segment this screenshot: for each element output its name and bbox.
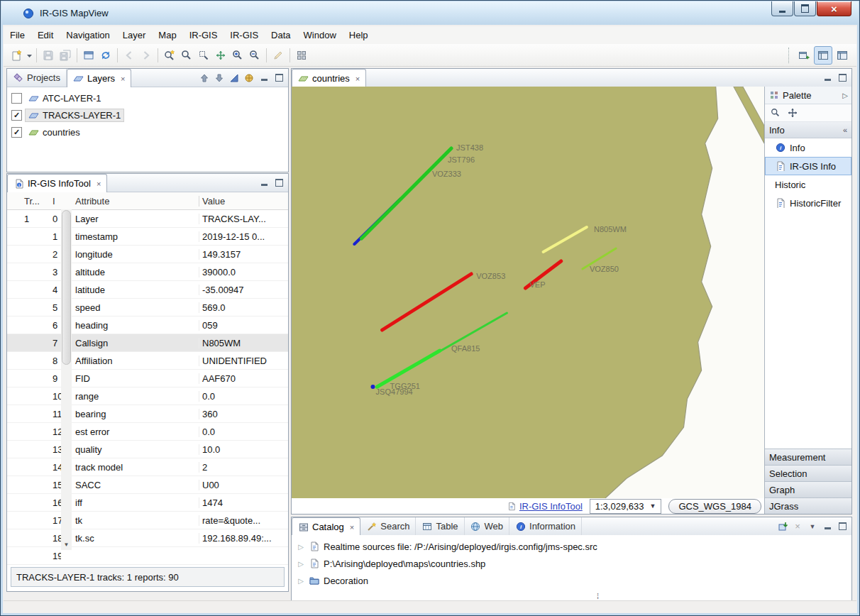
palette-collapse-icon[interactable]: ▷ [842,92,848,99]
minimize-panel-icon[interactable] [258,177,270,189]
zoom-wizard-button[interactable] [161,47,178,64]
palette-item-historicfilter[interactable]: HistoricFilter [765,194,851,212]
layer-label-wrap[interactable]: ATC-LAYER-1 [25,92,105,105]
palette-drawer-measurement[interactable]: Measurement [765,449,851,465]
projection-button[interactable]: GCS_WGS_1984 [668,499,761,514]
maximize-panel-icon[interactable] [837,72,848,84]
close-button[interactable]: × [817,1,851,16]
minimize-panel-icon[interactable] [822,521,833,532]
palette-drawer-jgrass[interactable]: JGrass [765,497,851,514]
infotool-row[interactable]: 9FIDAAF670 [7,370,288,387]
pan-tool-icon[interactable] [787,108,798,119]
section-pin-icon[interactable]: « [843,126,847,134]
tab-catalog[interactable]: Catalog× [292,517,360,536]
infotool-row[interactable]: 5speed569.0 [7,299,288,317]
open-map-button[interactable] [80,47,97,64]
zoom-button[interactable] [178,47,195,64]
maximize-panel-icon[interactable] [273,72,285,84]
refresh-layers-button[interactable] [97,47,114,64]
infotool-row[interactable]: 12est error0.0 [7,423,288,441]
tab-information[interactable]: iInformation [509,517,582,535]
infotool-row[interactable]: 8AffiliationUNIDENTIFIED [7,352,288,370]
fit-extent-button[interactable] [212,47,229,64]
infotool-row[interactable]: 11bearing360 [7,405,288,423]
infotool-row[interactable]: 18tk.sc192.168.89.49:... [7,529,288,547]
infotool-row[interactable]: 15SACCU00 [7,476,288,494]
maximize-button[interactable] [794,1,816,16]
perspective-other-button[interactable] [834,47,851,64]
zoom-in-button[interactable] [229,47,246,64]
catalog-item[interactable]: ▷Realtime sources file: /P:/Arising/depl… [292,538,851,555]
zoom-box-button[interactable] [195,47,212,64]
menu-window[interactable]: Window [297,30,343,40]
layer-row-countries[interactable]: countries [7,123,288,141]
view-menu-icon[interactable]: ▼ [807,521,818,532]
palette-item-ir-gis-info[interactable]: IR-GIS Info [765,157,851,175]
menu-data[interactable]: Data [265,30,297,40]
infotool-row[interactable]: 16iff1474 [7,494,288,512]
palette-item-historic[interactable]: Historic [765,175,851,194]
infotool-row[interactable]: 17tkrate=&quote... [7,512,288,529]
remove-icon[interactable]: × [792,521,803,532]
layer-checkbox[interactable] [11,110,22,121]
menu-ir-gis[interactable]: IR-GIS [224,30,265,40]
layer-checkbox[interactable] [11,127,22,138]
menu-help[interactable]: Help [343,30,375,40]
grid-button[interactable] [293,47,310,64]
infotool-row[interactable]: 1timestamp2019-12-15 0... [7,228,288,246]
catalog-item[interactable]: ▷Decoration [292,572,851,589]
infotool-scrollbar[interactable]: ▼ [61,209,72,550]
close-tab-icon[interactable]: × [350,523,354,532]
expand-icon[interactable]: ▷ [297,543,304,551]
track-point-jsq47994[interactable] [371,385,375,389]
column-value[interactable]: Value [199,196,288,207]
close-tab-icon[interactable]: × [121,75,125,83]
new-wizard-button[interactable] [8,47,25,64]
menu-map[interactable]: Map [152,30,182,40]
tab-infotool[interactable]: i IR-GIS InfoTool × [7,174,107,192]
tab-layers[interactable]: Layers × [67,69,131,87]
column-attribute[interactable]: Attribute [72,196,199,207]
move-down-icon[interactable] [214,72,225,84]
layer-checkbox[interactable] [11,93,22,104]
tab-search[interactable]: Search [360,517,416,535]
infotool-row[interactable]: 4latitude-35.00947 [7,281,288,299]
sash-handle[interactable]: ⁞ [597,593,599,600]
new-wizard-menu-button[interactable] [25,47,33,64]
menu-ir-gis[interactable]: IR-GIS [183,30,224,40]
infotool-row[interactable]: 6heading059 [7,317,288,334]
close-tab-icon[interactable]: × [97,180,101,188]
zoom-tool-icon[interactable] [770,108,781,119]
menu-navigation[interactable]: Navigation [60,30,116,40]
menu-layer[interactable]: Layer [116,30,153,40]
menu-file[interactable]: File [4,30,31,40]
zoom-out-button[interactable] [246,47,263,64]
tab-table[interactable]: Table [416,517,464,535]
move-up-icon[interactable] [199,72,210,84]
minimize-panel-icon[interactable] [822,72,833,84]
tab-projects[interactable]: Projects [7,69,67,87]
minimize-panel-icon[interactable] [258,72,270,84]
perspective-mapview-button[interactable] [814,46,832,65]
infotool-row[interactable]: 10range0.0 [7,387,288,405]
toolbar-handle[interactable] [788,48,791,63]
infotool-row[interactable]: 14track model2 [7,458,288,476]
palette-item-info[interactable]: iInfo [765,138,851,157]
map-canvas[interactable]: JST438JST796VOZ333N805WMVOZ850VOZ853VEPQ… [292,87,764,498]
layer-row-tracks-layer-1[interactable]: TRACKS-LAYER-1 [7,106,288,123]
infotool-row[interactable]: 13quality10.0 [7,441,288,458]
column-index[interactable]: I [53,196,61,207]
legend-icon[interactable] [243,72,255,84]
palette-section-info[interactable]: Info « [765,122,851,138]
infotool-link[interactable]: IR-GIS InfoTool [507,501,583,512]
infotool-row[interactable]: 3altitude39000.0 [7,263,288,281]
menu-edit[interactable]: Edit [31,30,60,40]
open-perspective-button[interactable] [795,47,812,64]
close-tab-icon[interactable]: × [355,75,360,83]
layer-label-wrap[interactable]: TRACKS-LAYER-1 [25,109,124,122]
column-track[interactable]: Tr... [7,196,53,207]
zoom-to-layer-icon[interactable] [228,72,240,84]
palette-drawer-selection[interactable]: Selection [765,465,851,481]
expand-icon[interactable]: ▷ [297,577,304,585]
infotool-row[interactable]: 19 [7,547,288,565]
